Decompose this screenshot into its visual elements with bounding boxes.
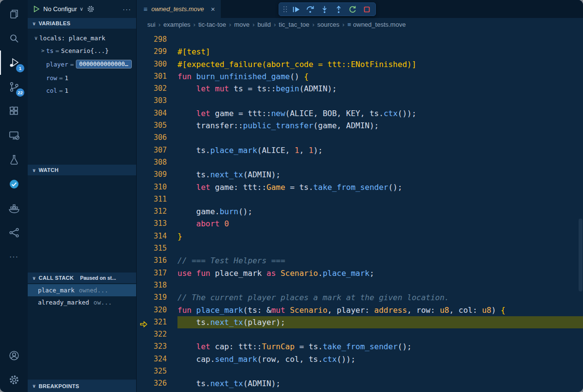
- code-line[interactable]: 315: [137, 242, 583, 255]
- code-line-content[interactable]: let cap: ttt::TurnCap = ts.take_from_sen…: [177, 341, 583, 353]
- variable-row[interactable]: col=1: [28, 84, 136, 97]
- line-number[interactable]: 325: [137, 365, 177, 377]
- start-debug-icon[interactable]: [33, 5, 40, 13]
- debug-settings-gear-icon[interactable]: [87, 5, 95, 13]
- code-line-content[interactable]: #[test]: [177, 46, 583, 58]
- breadcrumb-item[interactable]: sources: [318, 21, 340, 28]
- breadcrumb-item[interactable]: tic_tac_toe: [279, 21, 309, 28]
- code-line-content[interactable]: [177, 34, 583, 46]
- line-number[interactable]: 298: [137, 34, 177, 46]
- code-line[interactable]: 302 let mut ts = ts::begin(ADMIN);: [137, 83, 583, 95]
- line-number[interactable]: 304: [137, 107, 177, 119]
- variables-section-header[interactable]: ∨ VARIABLES: [28, 18, 136, 29]
- code-line[interactable]: 303: [137, 95, 583, 107]
- code-line[interactable]: 318: [137, 279, 583, 291]
- code-line-content[interactable]: transfer::public_transfer(game, ADMIN);: [177, 119, 583, 132]
- code-line-content[interactable]: [177, 132, 583, 144]
- stop-button[interactable]: [360, 3, 373, 15]
- code-line-content[interactable]: abort 0: [177, 218, 583, 230]
- code-line[interactable]: 325: [137, 365, 583, 377]
- line-number[interactable]: 317: [137, 267, 177, 279]
- code-line-content[interactable]: fun place_mark(ts: &mut Scenario, player…: [177, 304, 583, 316]
- breadcrumb-item[interactable]: sui: [147, 21, 156, 28]
- code-line[interactable]: 321 ts.next_tx(player);: [137, 316, 583, 328]
- code-line-content[interactable]: use fun place_mark as Scenario.place_mar…: [177, 267, 583, 279]
- variable-row[interactable]: row=1: [28, 71, 136, 84]
- checks-icon[interactable]: [0, 172, 28, 196]
- code-line-content[interactable]: let game: ttt::Game = ts.take_from_sende…: [177, 181, 583, 193]
- code-line[interactable]: 311: [137, 193, 583, 205]
- tab-owned-tests-move[interactable]: ≡ owned_tests.move ×: [137, 0, 221, 18]
- code-line-content[interactable]: // The current player places a mark at t…: [177, 291, 583, 304]
- code-line[interactable]: 309 ts.next_tx(ADMIN);: [137, 169, 583, 181]
- line-number[interactable]: 310: [137, 181, 177, 193]
- code-line[interactable]: 320fun place_mark(ts: &mut Scenario, pla…: [137, 304, 583, 316]
- line-number[interactable]: 301: [137, 70, 177, 83]
- line-number[interactable]: 309: [137, 169, 177, 181]
- debug-toolbar-drag-handle[interactable]: [282, 3, 288, 15]
- code-line-content[interactable]: ts.next_tx(ADMIN);: [177, 169, 583, 181]
- step-into-button[interactable]: [318, 3, 331, 15]
- line-number[interactable]: 323: [137, 341, 177, 353]
- line-number[interactable]: 320: [137, 304, 177, 316]
- scrollbar-slider[interactable]: [579, 219, 583, 291]
- extensions-icon[interactable]: [0, 99, 28, 123]
- code-line[interactable]: 323 let cap: ttt::TurnCap = ts.take_from…: [137, 341, 583, 353]
- code-line-content[interactable]: game.burn();: [177, 205, 583, 218]
- line-number[interactable]: 316: [137, 255, 177, 267]
- code-line-content[interactable]: // === Test Helpers ===: [177, 255, 583, 267]
- code-line-content[interactable]: [177, 95, 583, 107]
- call-stack-section-header[interactable]: ∨ CALL STACK Paused on st...: [28, 273, 136, 283]
- search-icon[interactable]: [0, 26, 28, 51]
- run-and-debug-icon[interactable]: 1: [0, 51, 28, 75]
- code-line-content[interactable]: [177, 156, 583, 169]
- code-line-content[interactable]: [177, 328, 583, 341]
- code-line[interactable]: 324 cap.send_mark(row, col, ts.ctx());: [137, 353, 583, 365]
- line-number[interactable]: 299: [137, 46, 177, 58]
- code-line[interactable]: 305 transfer::public_transfer(game, ADMI…: [137, 119, 583, 132]
- code-line[interactable]: 313 abort 0: [137, 218, 583, 230]
- source-control-icon[interactable]: 22: [0, 75, 28, 99]
- step-out-button[interactable]: [332, 3, 345, 15]
- settings-gear-icon[interactable]: [0, 368, 28, 392]
- line-number[interactable]: 314: [137, 230, 177, 242]
- code-line[interactable]: 317use fun place_mark as Scenario.place_…: [137, 267, 583, 279]
- line-number[interactable]: 326: [137, 377, 177, 390]
- code-line-content[interactable]: cap.send_mark(row, col, ts.ctx());: [177, 353, 583, 365]
- more-views-icon[interactable]: ···: [0, 245, 28, 269]
- remote-explorer-icon[interactable]: [0, 123, 28, 148]
- line-number[interactable]: 313: [137, 218, 177, 230]
- breadcrumb-item[interactable]: ≡owned_tests.move: [347, 21, 406, 28]
- code-line-content[interactable]: let game = ttt::new(ALICE, BOB, KEY, ts.…: [177, 107, 583, 119]
- stack-frame[interactable]: already_markedow...: [28, 296, 136, 308]
- code-line-content[interactable]: [177, 279, 583, 291]
- code-line[interactable]: 322: [137, 328, 583, 341]
- code-line-content[interactable]: }: [177, 230, 583, 242]
- code-line[interactable]: 326 ts.next_tx(ADMIN);: [137, 377, 583, 390]
- variable-row[interactable]: player=0000000000000…: [28, 57, 136, 71]
- code-line-content[interactable]: [177, 242, 583, 255]
- docker-icon[interactable]: [0, 196, 28, 221]
- code-line[interactable]: 314}: [137, 230, 583, 242]
- line-number[interactable]: 321: [137, 316, 177, 328]
- restart-button[interactable]: [346, 3, 359, 15]
- debug-config-dropdown[interactable]: No Configur: [43, 5, 77, 13]
- stack-frame[interactable]: place_markowned...: [28, 284, 136, 296]
- breakpoints-section-header[interactable]: ∨ BREAKPOINTS: [28, 379, 136, 392]
- line-number[interactable]: 312: [137, 205, 177, 218]
- code-line-content[interactable]: [177, 193, 583, 205]
- continue-button[interactable]: [290, 3, 302, 15]
- code-line-content[interactable]: [177, 365, 583, 377]
- views-more-icon[interactable]: ···: [123, 5, 131, 13]
- step-over-button[interactable]: [304, 3, 317, 15]
- line-number[interactable]: 319: [137, 291, 177, 304]
- flask-icon[interactable]: [0, 148, 28, 172]
- code-line-content[interactable]: ts.next_tx(player);: [177, 316, 583, 328]
- code-line[interactable]: 310 let game: ttt::Game = ts.take_from_s…: [137, 181, 583, 193]
- editor-scrollbar[interactable]: [578, 31, 583, 392]
- code-line[interactable]: 308: [137, 156, 583, 169]
- line-number[interactable]: 306: [137, 132, 177, 144]
- line-number[interactable]: 318: [137, 279, 177, 291]
- code-line[interactable]: 298: [137, 34, 583, 46]
- line-number[interactable]: 308: [137, 156, 177, 169]
